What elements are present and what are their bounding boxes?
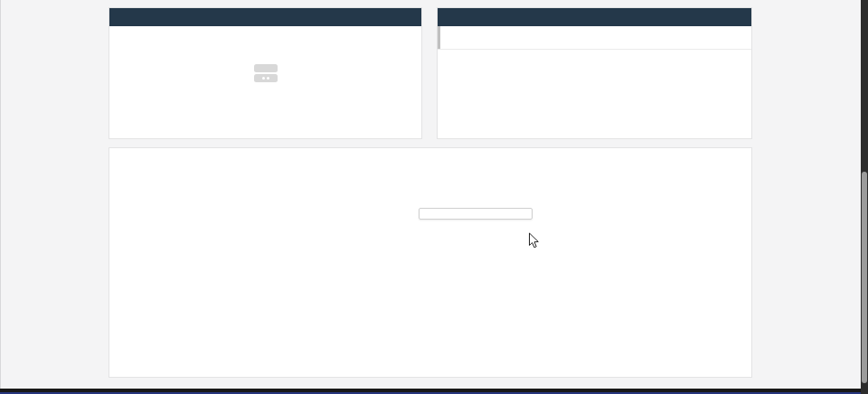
countries-panel-header (109, 8, 421, 26)
offer-row-direct-url[interactable] (438, 26, 751, 50)
timeseries-chart[interactable] (109, 148, 751, 377)
countries-empty-state (109, 64, 421, 89)
scrollbar-down-icon[interactable] (861, 385, 868, 393)
page-left-edge (0, 0, 1, 394)
chart-tooltip (419, 208, 533, 220)
offers-panel-header (438, 8, 751, 26)
chart-panel (108, 147, 752, 378)
offers-panel (437, 7, 752, 139)
countries-panel (108, 7, 422, 139)
page-scrollbar[interactable] (861, 0, 868, 394)
no-data-icon (254, 64, 278, 82)
bottom-edge-bar (0, 389, 861, 394)
scrollbar-up-icon[interactable] (861, 1, 868, 9)
scrollbar-thumb[interactable] (862, 172, 867, 383)
